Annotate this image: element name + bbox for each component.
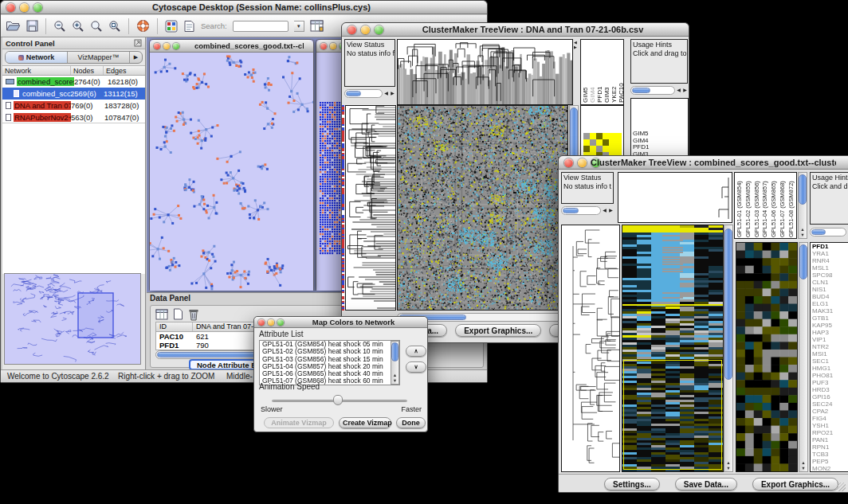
gene-row-label[interactable]: YRA1 — [811, 250, 848, 257]
create-vizmap-button[interactable]: Create Vizmap — [339, 417, 391, 428]
tv1-heatmap[interactable] — [398, 106, 567, 310]
scroll-arrows-icon[interactable]: ▲▼ — [724, 460, 732, 471]
network-table-column[interactable]: Edges — [104, 66, 145, 75]
minimize-icon[interactable] — [268, 319, 274, 326]
vizmapper-icon[interactable] — [165, 20, 178, 33]
row-labels-vscrollbar[interactable]: ▲▼ — [799, 242, 808, 472]
maximize-icon[interactable] — [33, 3, 42, 12]
minimize-icon[interactable] — [361, 25, 370, 34]
gene-column-label[interactable]: GIM5 — [582, 41, 589, 103]
tv2-left-dendro[interactable] — [562, 225, 619, 471]
scroll-arrows-icon[interactable]: ▲▼ — [799, 460, 807, 471]
scroll-arrows-icon[interactable]: ▲▼ — [391, 373, 398, 383]
pane-splitter-arrows[interactable]: ◀▶ — [574, 40, 577, 49]
network-table-column[interactable]: Nodes — [71, 66, 104, 75]
network-row[interactable]: combined_sco 2569(6) 13112(15) — [2, 88, 145, 100]
gene-column-label[interactable]: GIM4 — [589, 41, 596, 103]
control-panel-tab[interactable]: Network — [6, 52, 68, 63]
attribute-column-header[interactable]: ID — [156, 322, 193, 331]
gene-row-label[interactable]: BUD4 — [811, 293, 848, 300]
gene-row-label[interactable]: HAP3 — [811, 329, 848, 336]
gene-row-label[interactable]: SPC98 — [811, 272, 848, 279]
row-dendrogram-pane[interactable] — [345, 105, 396, 311]
gene-row-label[interactable]: MON2 — [811, 465, 848, 472]
treeview1-titlebar[interactable]: ClusterMaker TreeView : DNA and Tran 07-… — [342, 23, 689, 37]
gene-row-label[interactable]: RPN1 — [811, 443, 848, 451]
gene-row-label[interactable]: NTR2 — [811, 343, 848, 350]
control-panel-tab[interactable]: ▶ — [130, 52, 142, 63]
gene-row-label[interactable]: HRD3 — [811, 386, 848, 393]
minimize-icon[interactable] — [578, 158, 587, 167]
gene-row-label[interactable]: PEP5 — [811, 458, 848, 465]
gene-column-label[interactable]: PAC10 — [618, 41, 624, 103]
close-icon[interactable] — [564, 158, 573, 167]
network-table-column[interactable]: Network — [2, 66, 71, 75]
network-row[interactable]: combined_scores 2764(0) 16218(0) — [2, 76, 145, 88]
move-down-button[interactable]: ∨ — [406, 361, 426, 373]
scroll-left-icon[interactable]: ◀ — [383, 89, 389, 98]
gene-row-label[interactable]: SEC24 — [811, 400, 848, 408]
maximize-icon[interactable] — [173, 43, 179, 49]
column-labels-vscrollbar[interactable]: ▲▼ — [798, 172, 807, 239]
network-row[interactable]: RNAPuberNov2+ 563(0) 107847(0) — [2, 111, 145, 123]
scroll-left-icon[interactable]: ◀ — [602, 206, 607, 215]
experiment-column-label[interactable]: GPL51-03 (GSM856) — [753, 174, 762, 237]
close-icon[interactable] — [320, 43, 327, 49]
gene-row-label[interactable]: MSL1 — [811, 264, 848, 272]
resize-grip[interactable] — [837, 483, 846, 491]
experiment-column-label[interactable]: GPL51-06 (GSM865) — [770, 174, 779, 237]
scroll-left-icon[interactable]: ◀ — [676, 86, 681, 95]
minimize-icon[interactable] — [163, 43, 170, 49]
close-icon[interactable] — [258, 319, 265, 326]
gene-row-label[interactable]: FIG4 — [811, 415, 848, 422]
treeview2-button[interactable]: Settings... — [604, 478, 660, 490]
maximize-icon[interactable] — [277, 319, 284, 326]
gene-row-label[interactable]: PAN1 — [811, 436, 848, 443]
help-lifesaver-icon[interactable] — [136, 19, 150, 33]
zoom-fit-icon[interactable] — [90, 20, 103, 33]
gene-row-label[interactable]: PHO81 — [811, 372, 848, 379]
gene-column-label[interactable]: PFD1 — [596, 41, 603, 103]
column-dendrogram-pane[interactable] — [618, 172, 732, 223]
heatmap-vscrollbar[interactable]: ▲▼ — [724, 225, 733, 472]
dialog-titlebar[interactable]: Map Colors to Network — [254, 317, 427, 328]
open-file-icon[interactable] — [6, 20, 21, 32]
treeview1-button[interactable]: Export Graphics... — [455, 324, 541, 337]
attribute-list-vscrollbar[interactable]: ▲▼ — [391, 341, 399, 385]
network-view-titlebar[interactable]: combined_scores_good.txt--cluste... — [150, 40, 313, 53]
gene-row-label[interactable]: HMG1 — [811, 365, 848, 372]
experiment-column-label[interactable]: GPL51-08 (GSM872) — [787, 174, 796, 237]
annotation-icon[interactable] — [183, 20, 195, 33]
view-status-scrollbar[interactable]: ◀▶ — [561, 205, 614, 216]
scroll-right-icon[interactable]: ▶ — [682, 86, 688, 95]
minimize-icon[interactable] — [330, 43, 336, 49]
experiment-column-label[interactable]: GPL51-01 (GSM854) — [736, 174, 744, 237]
view-status-scrollbar[interactable]: ◀▶ — [344, 88, 395, 99]
save-icon[interactable] — [26, 20, 38, 32]
zoom-in-icon[interactable] — [72, 20, 84, 33]
zoom-out-icon[interactable] — [53, 20, 66, 33]
float-panel-icon[interactable] — [134, 39, 142, 47]
network-view-window[interactable]: combined_scores_good.txt--cluste... — [149, 39, 314, 291]
network-canvas[interactable] — [150, 53, 313, 291]
usage-hints-scrollbar[interactable]: ◀▶ — [630, 85, 688, 96]
attribute-listbox[interactable]: GPL51-01 (GSM854) heat shock 05 minGPL51… — [259, 340, 400, 385]
slider-thumb[interactable] — [333, 395, 343, 405]
gene-row-label[interactable]: PFD1 — [811, 243, 848, 250]
animate-vizmap-button[interactable]: Animate Vizmap — [264, 417, 334, 428]
attribute-browser-icon[interactable] — [310, 20, 324, 32]
zoom-selected-icon[interactable] — [108, 20, 121, 33]
birdseye-overview-panel[interactable] — [4, 273, 141, 365]
gene-row-label[interactable]: GPI16 — [811, 393, 848, 400]
heatmap-pane[interactable] — [622, 225, 724, 472]
delete-attribute-icon[interactable] — [188, 308, 199, 321]
close-icon[interactable] — [6, 3, 15, 12]
close-icon[interactable] — [347, 25, 356, 34]
usage-hints-scrollbar[interactable]: ◀▶ — [810, 227, 848, 237]
gene-row-label[interactable]: RNR4 — [811, 257, 848, 264]
select-attributes-icon[interactable] — [155, 309, 168, 320]
gene-row-label[interactable]: CPA2 — [811, 408, 848, 415]
tv1-top-dendro[interactable] — [398, 40, 572, 104]
scroll-right-icon[interactable]: ▶ — [608, 206, 614, 215]
column-dendrogram-pane[interactable] — [397, 39, 573, 105]
